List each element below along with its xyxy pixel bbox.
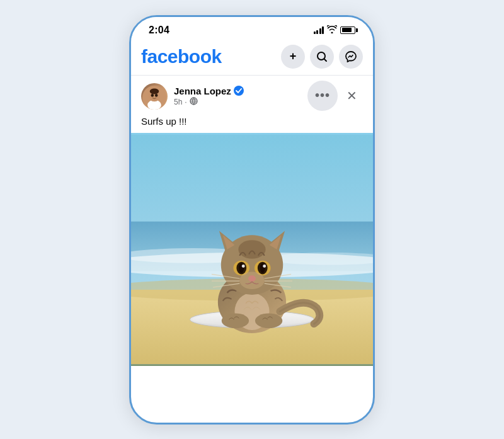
status-icons (314, 25, 356, 35)
post-user-info: Jenna Lopez 5h · (141, 83, 244, 110)
search-icon (316, 51, 328, 62)
messenger-icon (345, 51, 357, 62)
svg-point-20 (238, 240, 265, 259)
post-text: Surfs up !!! (131, 116, 373, 133)
header-actions: + (281, 45, 363, 69)
cat-beach-image (131, 133, 373, 366)
search-button[interactable] (310, 45, 334, 69)
svg-point-5 (155, 94, 158, 97)
svg-point-6 (150, 88, 159, 94)
post-actions: ••• ✕ (307, 81, 363, 111)
post-header: Jenna Lopez 5h · (131, 76, 373, 116)
svg-point-27 (239, 263, 244, 273)
plus-icon: + (290, 50, 297, 63)
svg-point-31 (260, 263, 265, 273)
status-bar: 2:04 (131, 17, 373, 40)
more-options-button[interactable]: ••• (307, 81, 338, 111)
close-post-button[interactable]: ✕ (340, 84, 363, 107)
avatar (141, 83, 168, 110)
phone-frame: 2:04 facebook + (129, 15, 375, 425)
battery-icon (340, 26, 355, 34)
user-name: Jenna Lopez (174, 86, 231, 96)
fb-header: facebook + (131, 40, 373, 75)
globe-icon (190, 97, 198, 107)
svg-point-0 (318, 52, 325, 60)
post-time: 5h (174, 98, 182, 106)
more-dots-icon: ••• (315, 88, 330, 103)
post-meta: 5h · (174, 97, 244, 107)
user-name-row: Jenna Lopez (174, 86, 244, 96)
svg-point-34 (239, 271, 264, 289)
verified-badge (234, 86, 244, 96)
add-button[interactable]: + (281, 45, 305, 69)
dot-separator: · (185, 98, 186, 106)
svg-point-4 (151, 94, 154, 97)
messenger-button[interactable] (339, 45, 363, 69)
avatar-image (142, 86, 166, 110)
checkmark-icon (236, 88, 242, 93)
wifi-icon (327, 25, 337, 35)
post-container: Jenna Lopez 5h · (131, 75, 373, 366)
user-details: Jenna Lopez 5h · (174, 86, 244, 107)
svg-point-28 (242, 265, 245, 268)
signal-bars-icon (314, 26, 324, 34)
battery-fill (342, 28, 352, 32)
post-image (131, 133, 373, 366)
svg-point-41 (222, 313, 249, 328)
fb-logo: facebook (141, 46, 222, 67)
status-time: 2:04 (149, 25, 169, 36)
svg-point-42 (255, 313, 282, 328)
svg-point-32 (263, 265, 266, 268)
close-icon: ✕ (346, 88, 357, 103)
